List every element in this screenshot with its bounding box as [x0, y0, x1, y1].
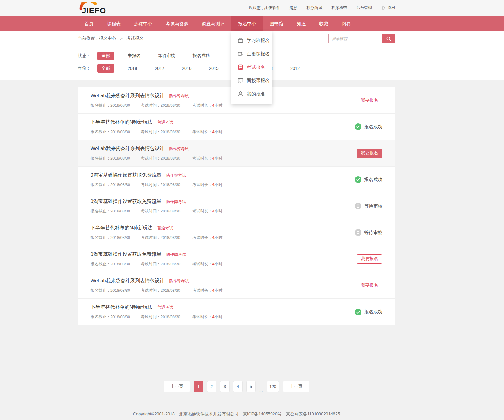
course-title: 下半年替代补单的N种新玩法	[91, 119, 153, 125]
status-label: 等待审核	[364, 203, 382, 209]
exam-type-tag: 防作弊考试	[166, 199, 186, 204]
dropdown-item-exam-signup[interactable]: 100 考试报名	[231, 60, 272, 74]
logout-icon	[381, 6, 386, 10]
page-button-120[interactable]: 120	[267, 381, 279, 392]
nav-item-schedule[interactable]: 课程表	[100, 16, 127, 31]
nav-item-exams[interactable]: 考试与答题	[159, 16, 195, 31]
course-title: WeLab我来贷奋斗系列表情包设计	[91, 146, 164, 151]
status-badge: 报名成功	[355, 123, 382, 130]
list-item: 下半年替代补单的N种新玩法普通考试 报名截止：2018/08/30 考试时间：2…	[78, 219, 395, 246]
page-button-3[interactable]: 3	[220, 381, 230, 392]
list-item: 0淘宝基础操作设置获取免费流量防作弊考试 报名截止：2018/08/30 考试时…	[78, 167, 395, 193]
status-badge: 等待审核	[355, 203, 382, 209]
admin-link[interactable]: 后台管理	[356, 5, 372, 11]
dropdown-item-class-signup[interactable]: 学习班报名	[231, 34, 272, 47]
search-input[interactable]	[328, 34, 382, 43]
exam-type-tag: 防作弊考试	[169, 279, 189, 283]
year-option-2017[interactable]: 2017	[150, 64, 168, 72]
exam-type-tag: 防作弊考试	[166, 173, 186, 177]
breadcrumb-separator: ＞	[119, 36, 123, 41]
page-button-4[interactable]: 4	[233, 381, 243, 392]
year-option-2018[interactable]: 2018	[123, 64, 141, 72]
course-meta: 报名截止：2018/08/30 考试时间：2018/08/30 考试时长：4小时	[91, 235, 325, 240]
dropdown-item-label: 我的报名	[247, 91, 265, 97]
dropdown-item-classroom-course[interactable]: 面授课报名	[231, 74, 272, 87]
dropdown-item-live-course[interactable]: 直播课报名	[231, 47, 272, 60]
signup-button[interactable]: 我要报名	[357, 149, 382, 158]
program-check-link[interactable]: 程序检查	[331, 5, 347, 11]
status-option-success[interactable]: 报名成功	[188, 52, 214, 60]
live-course-icon	[237, 51, 243, 57]
course-meta: 报名截止：2018/08/30 考试时间：2018/08/30 考试时长：4小时	[91, 208, 325, 214]
logout-button[interactable]: 退出	[381, 5, 395, 11]
status-option-all[interactable]: 全部	[97, 52, 114, 60]
pagination: 上一页 1 2 3 4 5 ... 120 上一页	[78, 381, 395, 392]
course-meta: 报名截止：2018/08/30 考试时间：2018/08/30 考试时长：4小时	[91, 261, 325, 267]
status-option-pending[interactable]: 等待审核	[154, 52, 179, 60]
logo-swoosh-icon: JIEFO	[78, 2, 114, 14]
course-meta: 报名截止：2018/08/30 考试时间：2018/08/30 考试时长：4小时	[91, 314, 325, 320]
pending-hourglass-icon	[355, 203, 361, 209]
page-button-1[interactable]: 1	[194, 381, 203, 392]
nav-item-library[interactable]: 图书馆	[263, 16, 290, 31]
list-item: 0淘宝基础操作设置获取免费流量防作弊考试 报名截止：2018/08/30 考试时…	[78, 193, 395, 219]
top-bar: JIEFO 欢迎您，杰佛软件 消息 积分商城 程序检查 后台管理 退出	[0, 0, 504, 16]
nav-item-course-center[interactable]: 选课中心	[127, 16, 159, 31]
year-option-all[interactable]: 全部	[97, 64, 114, 73]
course-meta: 报名截止：2018/08/30 考试时间：2018/08/30 考试时长：4小时	[91, 182, 325, 188]
course-meta: 报名截止：2018/08/30 考试时间：2018/08/30 考试时长：4小时	[91, 129, 325, 135]
messages-link[interactable]: 消息	[289, 5, 297, 11]
course-title: WeLab我来贷奋斗系列表情包设计	[91, 278, 164, 283]
status-label: 报名成功	[364, 309, 382, 315]
course-search	[328, 34, 395, 43]
nav-item-know[interactable]: 知道	[290, 16, 312, 31]
exam-type-tag: 防作弊考试	[169, 146, 189, 151]
signup-button[interactable]: 我要报名	[357, 254, 382, 264]
status-filter-label: 状态：	[78, 53, 97, 59]
prev-page-button[interactable]: 上一页	[164, 381, 190, 392]
svg-text:JIEFO: JIEFO	[82, 6, 106, 14]
classroom-course-icon	[237, 77, 243, 84]
page-button-5[interactable]: 5	[246, 381, 256, 392]
jiefo-logo: JIEFO	[78, 2, 114, 14]
status-label: 报名成功	[364, 124, 382, 130]
exam-type-tag: 防作弊考试	[169, 94, 189, 98]
nav-item-survey[interactable]: 调查与测评	[195, 16, 231, 31]
year-option-2015[interactable]: 2015	[205, 64, 223, 72]
nav-item-signup-center[interactable]: 报名中心 学习班报名 直播课报名	[231, 16, 263, 31]
nav-item-signup-center-label: 报名中心	[238, 21, 256, 26]
status-badge: 报名成功	[355, 176, 382, 183]
nav-item-home[interactable]: 首页	[78, 16, 100, 31]
list-item: WeLab我来贷奋斗系列表情包设计防作弊考试 报名截止：2018/08/30 考…	[78, 140, 395, 167]
page-button-2[interactable]: 2	[207, 381, 216, 392]
course-title: 0淘宝基础操作设置获取免费流量	[91, 172, 161, 177]
next-page-button[interactable]: 上一页	[283, 381, 309, 392]
course-meta: 报名截止：2018/08/30 考试时间：2018/08/30 考试时长：4小时	[91, 103, 325, 108]
search-button[interactable]	[382, 34, 395, 43]
footer: Copyright©2001-2018 北京杰佛软件技术开发有限公司 京ICP备…	[78, 411, 395, 417]
status-badge: 报名成功	[355, 309, 382, 315]
points-mall-link[interactable]: 积分商城	[306, 5, 322, 11]
course-title: 0淘宝基础操作设置获取免费流量	[91, 199, 161, 204]
course-list: WeLab我来贷奋斗系列表情包设计防作弊考试 报名截止：2018/08/30 考…	[78, 87, 395, 325]
nav-item-grading[interactable]: 阅卷	[335, 16, 357, 31]
success-check-icon	[355, 309, 361, 315]
nav-item-favorites[interactable]: 收藏	[312, 16, 335, 31]
dropdown-item-label: 面授课报名	[247, 77, 270, 84]
signup-button[interactable]: 我要报名	[357, 96, 382, 105]
dropdown-item-label: 学习班报名	[247, 37, 270, 43]
exam-type-tag: 普通考试	[157, 120, 173, 125]
list-item: 下半年替代补单的N种新玩法普通考试 报名截止：2018/08/30 考试时间：2…	[78, 114, 395, 140]
main-nav: 首页 课程表 选课中心 考试与答题 调查与测评 报名中心 学习班报名	[0, 16, 504, 31]
exam-type-tag: 普通考试	[157, 305, 173, 310]
status-label: 报名成功	[364, 177, 382, 183]
status-option-not-signed[interactable]: 未报名	[123, 52, 145, 60]
breadcrumb-section[interactable]: 报名中心	[99, 36, 116, 41]
year-option-2012[interactable]: 2012	[286, 64, 304, 72]
signup-button[interactable]: 我要报名	[357, 281, 382, 290]
exam-type-tag: 普通考试	[157, 226, 173, 230]
welcome-text: 欢迎您，杰佛软件	[249, 5, 280, 11]
year-option-2016[interactable]: 2016	[178, 64, 195, 72]
dropdown-item-my-signups[interactable]: 我的报名	[231, 87, 272, 101]
course-title: 0淘宝基础操作设置获取免费流量	[91, 252, 161, 257]
